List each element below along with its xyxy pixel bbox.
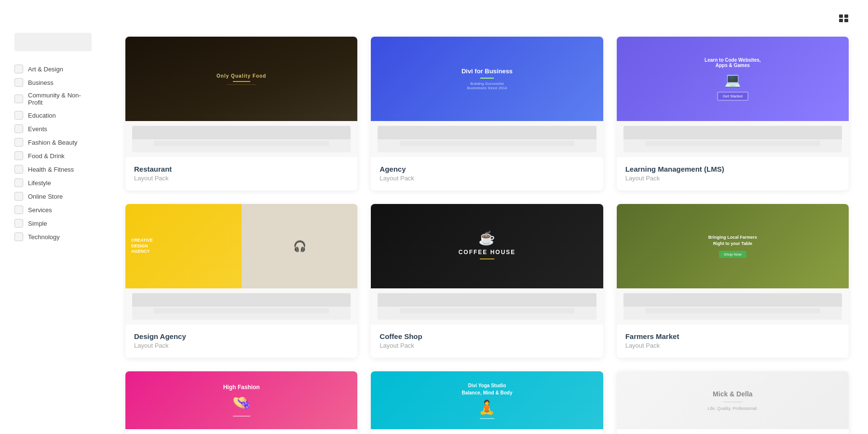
card-thumb-yoga: Divi Yoga StudioBalance, Mind & Body 🧘 bbox=[371, 371, 603, 429]
card-title-agency: Agency bbox=[380, 165, 594, 173]
category-label-services: Services bbox=[28, 206, 52, 214]
categories-list: Art & Design Business Community & Non-Pr… bbox=[14, 65, 92, 241]
category-item-lifestyle[interactable]: Lifestyle bbox=[14, 178, 92, 187]
category-label-business: Business bbox=[28, 79, 54, 86]
category-checkbox-fashion-beauty[interactable] bbox=[14, 138, 23, 147]
card-body-farmers-market: Farmers Market Layout Pack bbox=[617, 325, 849, 358]
category-item-art-design[interactable]: Art & Design bbox=[14, 65, 92, 73]
category-checkbox-services[interactable] bbox=[14, 205, 23, 214]
search-input[interactable] bbox=[14, 33, 92, 51]
category-checkbox-food-drink[interactable] bbox=[14, 151, 23, 160]
category-item-food-drink[interactable]: Food & Drink bbox=[14, 151, 92, 160]
category-item-fashion-beauty[interactable]: Fashion & Beauty bbox=[14, 138, 92, 147]
card-subtitle-farmers-market: Layout Pack bbox=[625, 342, 840, 349]
category-label-events: Events bbox=[28, 125, 47, 133]
card-coffee-shop[interactable]: ☕ COFFEE HOUSE Coffee Shop Layout Pack bbox=[371, 204, 603, 358]
category-checkbox-health-fitness[interactable] bbox=[14, 165, 23, 174]
app-container: Art & Design Business Community & Non-Pr… bbox=[0, 0, 868, 434]
category-checkbox-simple[interactable] bbox=[14, 219, 23, 228]
category-item-health-fitness[interactable]: Health & Fitness bbox=[14, 165, 92, 174]
category-checkbox-lifestyle[interactable] bbox=[14, 178, 23, 187]
card-body-wedding: Mick & Della Layout Pack bbox=[617, 429, 849, 434]
card-lms[interactable]: Learn to Code Websites,Apps & Games 💻 Ge… bbox=[617, 37, 849, 190]
card-subtitle-restaurant: Layout Pack bbox=[134, 175, 349, 182]
category-checkbox-events[interactable] bbox=[14, 124, 23, 133]
card-thumb-wedding: Mick & Della Life. Quality. Professional… bbox=[617, 371, 849, 429]
card-body-design-agency: Design Agency Layout Pack bbox=[125, 325, 357, 358]
card-farmers-market[interactable]: Bringing Local FarmersRight to your Tabl… bbox=[617, 204, 849, 358]
card-thumb-restaurant: Only Quality Food bbox=[125, 37, 357, 121]
card-body-yoga: Divi Yoga Studio Layout Pack bbox=[371, 429, 603, 434]
card-body-agency: Agency Layout Pack bbox=[371, 157, 603, 190]
view-mode[interactable] bbox=[835, 14, 849, 22]
card-design-agency[interactable]: CREATIVEDESIGNAGENCY 🎧 Design Agency Lay… bbox=[125, 204, 357, 358]
category-label-education: Education bbox=[28, 112, 56, 119]
svg-rect-2 bbox=[839, 19, 843, 22]
category-item-technology[interactable]: Technology bbox=[14, 232, 92, 241]
card-subtitle-design-agency: Layout Pack bbox=[134, 342, 349, 349]
card-title-restaurant: Restaurant bbox=[134, 165, 349, 173]
category-checkbox-business[interactable] bbox=[14, 78, 23, 87]
card-title-coffee-shop: Coffee Shop bbox=[380, 332, 594, 340]
category-label-lifestyle: Lifestyle bbox=[28, 179, 51, 187]
card-thumb-fashion: High Fashion 👒 bbox=[125, 371, 357, 429]
card-yoga[interactable]: Divi Yoga StudioBalance, Mind & Body 🧘 D… bbox=[371, 371, 603, 434]
category-checkbox-online-store[interactable] bbox=[14, 192, 23, 201]
card-thumb-coffee-shop: ☕ COFFEE HOUSE bbox=[371, 204, 603, 288]
category-label-simple: Simple bbox=[28, 220, 47, 227]
category-item-online-store[interactable]: Online Store bbox=[14, 192, 92, 201]
card-body-coffee-shop: Coffee Shop Layout Pack bbox=[371, 325, 603, 358]
card-agency[interactable]: Divi for Business Building SuccessfulBus… bbox=[371, 37, 603, 190]
category-label-fashion-beauty: Fashion & Beauty bbox=[28, 139, 78, 146]
card-subtitle-agency: Layout Pack bbox=[380, 175, 594, 182]
category-label-community-non-profit: Community & Non-Profit bbox=[28, 92, 92, 106]
category-checkbox-technology[interactable] bbox=[14, 232, 23, 241]
svg-rect-0 bbox=[839, 14, 843, 18]
category-checkbox-art-design[interactable] bbox=[14, 65, 23, 73]
sidebar: Art & Design Business Community & Non-Pr… bbox=[0, 0, 106, 434]
card-fashion[interactable]: High Fashion 👒 High Fashion Layout Pack bbox=[125, 371, 357, 434]
svg-rect-3 bbox=[844, 19, 848, 22]
card-wedding[interactable]: Mick & Della Life. Quality. Professional… bbox=[617, 371, 849, 434]
card-body-lms: Learning Management (LMS) Layout Pack bbox=[617, 157, 849, 190]
card-title-lms: Learning Management (LMS) bbox=[625, 165, 840, 173]
card-thumb-agency: Divi for Business Building SuccessfulBus… bbox=[371, 37, 603, 121]
category-item-education[interactable]: Education bbox=[14, 111, 92, 120]
category-item-services[interactable]: Services bbox=[14, 205, 92, 214]
category-item-simple[interactable]: Simple bbox=[14, 219, 92, 228]
card-restaurant[interactable]: Only Quality Food Restaurant Layout Pack bbox=[125, 37, 357, 190]
main-content: Only Quality Food Restaurant Layout Pack… bbox=[106, 0, 868, 434]
category-label-food-drink: Food & Drink bbox=[28, 152, 65, 160]
card-subtitle-lms: Layout Pack bbox=[625, 175, 840, 182]
category-item-business[interactable]: Business bbox=[14, 78, 92, 87]
card-thumb-farmers-market: Bringing Local FarmersRight to your Tabl… bbox=[617, 204, 849, 288]
svg-rect-1 bbox=[844, 14, 848, 18]
category-item-community-non-profit[interactable]: Community & Non-Profit bbox=[14, 92, 92, 106]
card-subtitle-coffee-shop: Layout Pack bbox=[380, 342, 594, 349]
cards-grid: Only Quality Food Restaurant Layout Pack… bbox=[125, 37, 849, 434]
card-title-farmers-market: Farmers Market bbox=[625, 332, 840, 340]
card-body-restaurant: Restaurant Layout Pack bbox=[125, 157, 357, 190]
grid-view-icon[interactable] bbox=[839, 14, 849, 22]
card-thumb-lms: Learn to Code Websites,Apps & Games 💻 Ge… bbox=[617, 37, 849, 121]
category-checkbox-education[interactable] bbox=[14, 111, 23, 120]
category-label-technology: Technology bbox=[28, 233, 60, 241]
category-label-health-fitness: Health & Fitness bbox=[28, 166, 74, 173]
category-label-art-design: Art & Design bbox=[28, 66, 63, 73]
main-header bbox=[125, 14, 849, 22]
card-body-fashion: High Fashion Layout Pack bbox=[125, 429, 357, 434]
card-thumb-design-agency: CREATIVEDESIGNAGENCY 🎧 bbox=[125, 204, 357, 288]
category-label-online-store: Online Store bbox=[28, 193, 63, 200]
category-item-events[interactable]: Events bbox=[14, 124, 92, 133]
category-checkbox-community-non-profit[interactable] bbox=[14, 95, 23, 103]
card-title-design-agency: Design Agency bbox=[134, 332, 349, 340]
